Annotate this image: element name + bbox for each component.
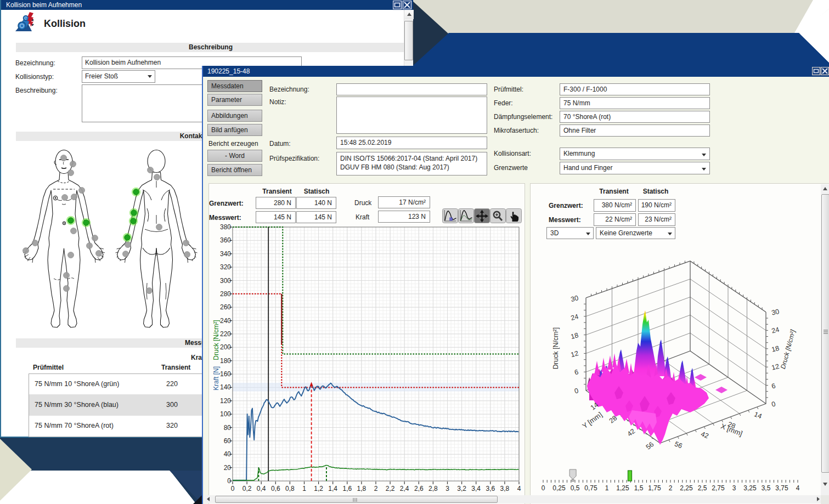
svg-text:18: 18 xyxy=(570,331,579,341)
svg-text:Y [mm]: Y [mm] xyxy=(580,410,604,430)
svg-text:380: 380 xyxy=(220,223,231,231)
svg-text:120: 120 xyxy=(220,397,231,405)
svg-text:0,8: 0,8 xyxy=(285,485,295,492)
svg-text:80: 80 xyxy=(224,424,232,432)
svg-text:30: 30 xyxy=(771,308,780,317)
svg-text:Druck [N/cm²]: Druck [N/cm²] xyxy=(552,327,560,369)
svg-text:6: 6 xyxy=(771,382,776,390)
svg-text:100: 100 xyxy=(220,410,231,418)
svg-text:1,4: 1,4 xyxy=(328,485,337,492)
svg-text:0: 0 xyxy=(227,477,231,485)
svg-text:14: 14 xyxy=(753,410,763,420)
svg-text:1: 1 xyxy=(605,484,609,492)
svg-text:1,2: 1,2 xyxy=(314,485,323,492)
svg-text:0: 0 xyxy=(542,484,545,492)
svg-text:56: 56 xyxy=(673,440,683,450)
svg-text:0,75: 0,75 xyxy=(584,484,597,492)
svg-text:0: 0 xyxy=(574,387,579,395)
svg-text:42: 42 xyxy=(626,427,637,438)
svg-text:3,2: 3,2 xyxy=(457,485,466,492)
svg-text:3,25: 3,25 xyxy=(743,484,757,492)
svg-text:2,5: 2,5 xyxy=(698,484,707,492)
svg-text:3,75: 3,75 xyxy=(775,484,788,492)
svg-text:1,8: 1,8 xyxy=(357,485,366,492)
svg-text:2,6: 2,6 xyxy=(414,485,424,492)
svg-text:12: 12 xyxy=(771,363,780,372)
svg-text:1: 1 xyxy=(302,485,306,492)
svg-text:0,5: 0,5 xyxy=(571,484,580,492)
svg-text:1,25: 1,25 xyxy=(616,484,629,492)
svg-text:Kraft [N]: Kraft [N] xyxy=(212,366,220,390)
svg-text:140: 140 xyxy=(220,383,231,391)
svg-text:6: 6 xyxy=(574,368,579,376)
svg-text:3,8: 3,8 xyxy=(500,485,510,492)
svg-text:1,5: 1,5 xyxy=(634,484,644,492)
svg-text:340: 340 xyxy=(220,250,231,258)
svg-text:2,4: 2,4 xyxy=(400,485,409,492)
svg-text:2: 2 xyxy=(374,485,378,492)
svg-text:0,25: 0,25 xyxy=(552,484,566,492)
svg-text:24: 24 xyxy=(570,313,579,322)
svg-text:3,4: 3,4 xyxy=(471,485,481,492)
svg-text:180: 180 xyxy=(220,357,231,365)
svg-text:300: 300 xyxy=(220,277,231,285)
svg-text:42: 42 xyxy=(700,430,709,440)
svg-text:160: 160 xyxy=(220,370,231,378)
svg-text:220: 220 xyxy=(220,330,231,338)
svg-text:280: 280 xyxy=(220,290,231,298)
svg-text:3: 3 xyxy=(732,484,736,492)
svg-text:0: 0 xyxy=(771,400,776,408)
svg-text:40: 40 xyxy=(224,450,232,458)
svg-text:0,4: 0,4 xyxy=(257,485,266,492)
svg-text:240: 240 xyxy=(220,317,231,325)
svg-text:Druck [N/cm²]: Druck [N/cm²] xyxy=(212,320,220,360)
svg-text:60: 60 xyxy=(224,437,232,445)
svg-text:0,2: 0,2 xyxy=(243,485,252,492)
svg-text:20: 20 xyxy=(224,464,232,472)
svg-text:320: 320 xyxy=(220,263,231,271)
svg-text:0,6: 0,6 xyxy=(271,485,280,492)
svg-text:2,2: 2,2 xyxy=(386,485,395,492)
svg-text:1,75: 1,75 xyxy=(648,484,661,492)
svg-text:260: 260 xyxy=(220,303,231,311)
svg-text:Druck [N/cm²]: Druck [N/cm²] xyxy=(779,329,797,370)
svg-text:2: 2 xyxy=(669,484,673,492)
svg-text:2,75: 2,75 xyxy=(712,484,725,492)
svg-text:2,8: 2,8 xyxy=(428,485,438,492)
svg-text:1,6: 1,6 xyxy=(342,485,352,492)
svg-text:24: 24 xyxy=(771,326,780,335)
svg-text:200: 200 xyxy=(220,343,231,351)
svg-text:56: 56 xyxy=(645,440,656,451)
svg-text:2,25: 2,25 xyxy=(680,484,693,492)
svg-text:18: 18 xyxy=(771,344,780,354)
svg-text:4: 4 xyxy=(517,485,521,492)
svg-text:0: 0 xyxy=(231,485,235,492)
svg-text:3: 3 xyxy=(445,485,449,492)
svg-text:360: 360 xyxy=(220,236,231,244)
svg-text:4: 4 xyxy=(796,484,800,492)
svg-text:3,5: 3,5 xyxy=(762,484,771,492)
svg-text:30: 30 xyxy=(570,294,579,303)
svg-text:12: 12 xyxy=(570,349,579,359)
svg-text:3,6: 3,6 xyxy=(486,485,495,492)
